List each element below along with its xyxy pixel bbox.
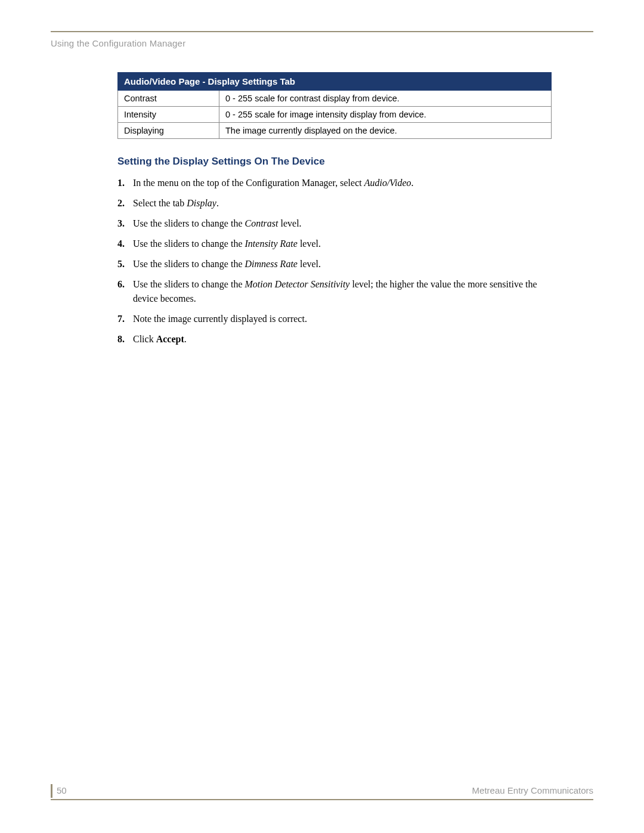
- table-row: Contrast 0 - 255 scale for contrast disp…: [118, 91, 552, 107]
- table-title: Audio/Video Page - Display Settings Tab: [118, 73, 552, 91]
- display-settings-table: Audio/Video Page - Display Settings Tab …: [117, 72, 552, 139]
- list-item: Select the tab Display.: [117, 196, 552, 210]
- row-desc: The image currently displayed on the dev…: [219, 123, 552, 139]
- page-number: 50: [51, 785, 67, 795]
- section-heading: Setting the Display Settings On The Devi…: [117, 156, 552, 168]
- bottom-rule: [51, 799, 593, 800]
- list-item: Use the sliders to change the Contrast l…: [117, 216, 552, 231]
- step-list: In the menu on the top of the Configurat…: [117, 176, 552, 346]
- list-item: Use the sliders to change the Motion Det…: [117, 277, 552, 306]
- list-item: Use the sliders to change the Dimness Ra…: [117, 257, 552, 271]
- row-label: Contrast: [118, 91, 219, 107]
- running-header: Using the Configuration Manager: [51, 38, 593, 48]
- row-label: Displaying: [118, 123, 219, 139]
- row-desc: 0 - 255 scale for image intensity displa…: [219, 107, 552, 123]
- list-item: In the menu on the top of the Configurat…: [117, 176, 552, 190]
- footer-title: Metreau Entry Communicators: [472, 785, 593, 795]
- page-footer: 50 Metreau Entry Communicators: [51, 785, 593, 800]
- row-label: Intensity: [118, 107, 219, 123]
- top-rule: [51, 31, 593, 32]
- row-desc: 0 - 255 scale for contrast display from …: [219, 91, 552, 107]
- list-item: Click Accept.: [117, 332, 552, 346]
- content-area: Audio/Video Page - Display Settings Tab …: [117, 72, 552, 346]
- list-item: Note the image currently displayed is co…: [117, 312, 552, 326]
- page: Using the Configuration Manager Audio/Vi…: [51, 31, 593, 800]
- table-row: Displaying The image currently displayed…: [118, 123, 552, 139]
- table-row: Intensity 0 - 255 scale for image intens…: [118, 107, 552, 123]
- list-item: Use the sliders to change the Intensity …: [117, 237, 552, 251]
